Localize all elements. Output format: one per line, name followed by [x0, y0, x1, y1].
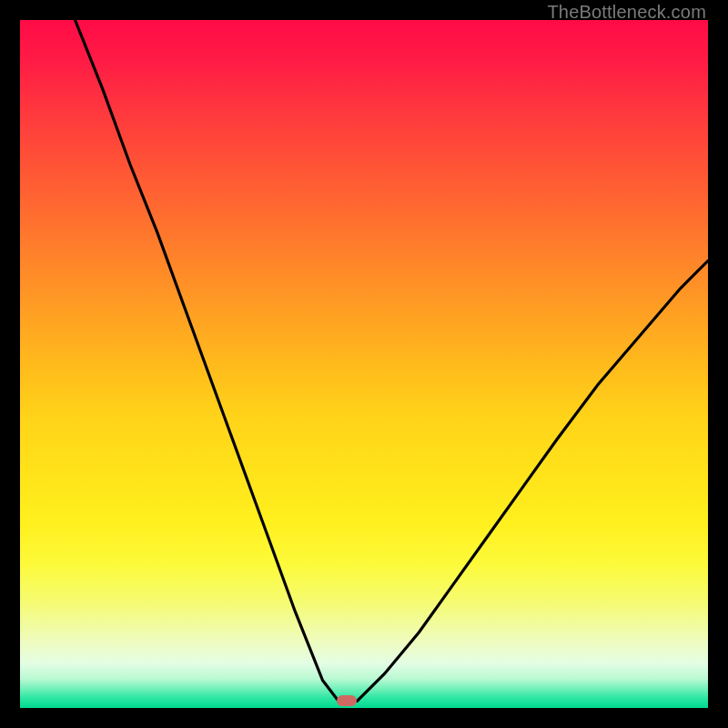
curve-path: [76, 20, 709, 701]
bottleneck-curve: [20, 20, 708, 708]
plot-area: [20, 20, 708, 708]
chart-frame: TheBottleneck.com: [0, 0, 728, 728]
optimum-marker: [337, 695, 357, 706]
